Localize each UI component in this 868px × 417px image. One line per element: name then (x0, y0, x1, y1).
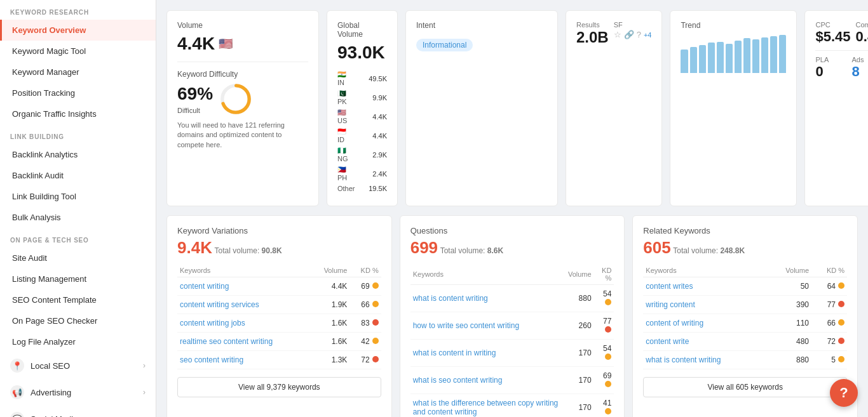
kd-dot-2 (372, 319, 379, 326)
ads-item: Ads 8 (851, 56, 868, 80)
kv-card-col-volume: Volume (311, 264, 349, 277)
keyword-volume-2: 110 (768, 314, 811, 333)
keyword-link-4[interactable]: what is content writing (643, 351, 767, 369)
keyword-volume-3: 480 (768, 333, 811, 351)
global-volume-label: Global Volume (337, 21, 387, 39)
keyword-volume-2: 170 (566, 340, 594, 367)
q-card-total: Total volume: 8.6K (440, 246, 503, 255)
keyword-kd-3: 72 (811, 333, 847, 351)
table-row: what is content in writing 170 54 (410, 340, 614, 367)
trend-bar-2 (699, 45, 706, 73)
sidebar-group-label-local-seo: Local SEO (31, 361, 70, 371)
sidebar-item-bulk-analysis[interactable]: Bulk Analysis (0, 207, 156, 228)
keyword-link-2[interactable]: content writing jobs (177, 314, 311, 333)
keyword-kd-4: 5 (811, 351, 847, 369)
cpc-label: CPC (815, 21, 850, 29)
sidebar-item-keyword-magic-tool[interactable]: Keyword Magic Tool (0, 41, 156, 62)
keyword-link-1[interactable]: writing content (643, 296, 767, 314)
country-val-other: 19.5K (363, 185, 387, 192)
questions-card: Questions699 Total volume: 8.6K Keywords… (400, 215, 625, 417)
keyword-link-1[interactable]: content writing services (177, 296, 311, 314)
kd-dot-4 (605, 408, 611, 414)
sidebar-group-social-media[interactable]: 💬Social Media› (0, 406, 156, 417)
sidebar: KEYWORD RESEARCHKeyword OverviewKeyword … (0, 0, 156, 417)
sidebar-item-on-page-seo-checker[interactable]: On Page SEO Checker (0, 310, 156, 331)
kv-card-view-all[interactable]: View all 9,379 keywords (177, 377, 381, 397)
com-item: Com. 0.49 (856, 21, 868, 45)
rk-card-table: Keywords Volume KD % content writes 50 6… (643, 264, 847, 369)
country-row-other: Other19.5K (337, 185, 387, 192)
keyword-link-4[interactable]: seo content writing (177, 351, 311, 369)
sidebar-item-link-building-tool[interactable]: Link Building Tool (0, 186, 156, 207)
volume-value: 4.4K 🇺🇸 (177, 34, 308, 54)
sidebar-item-log-file-analyzer[interactable]: Log File Analyzer (0, 331, 156, 352)
keyword-link-3[interactable]: what is seo content writing (410, 367, 566, 394)
keyword-link-0[interactable]: content writes (643, 277, 767, 296)
keyword-volume-2: 1.6K (311, 314, 349, 333)
sidebar-item-position-tracking[interactable]: Position Tracking (0, 83, 156, 103)
table-row: seo content writing 1.3K 72 (177, 351, 381, 369)
keyword-link-0[interactable]: content writing (177, 277, 311, 296)
main-content: Volume 4.4K 🇺🇸 Keyword Difficulty 69% Di… (156, 0, 868, 417)
kd-value-row: 69% Difficult (177, 84, 308, 114)
table-row: how to write seo content writing 260 77 (410, 312, 614, 340)
kd-donut (220, 84, 251, 114)
results-label: Results (576, 21, 609, 29)
kv-card-col-keywords: Keywords (177, 264, 311, 277)
sidebar-group-label-advertising: Advertising (31, 388, 71, 397)
keyword-link-4[interactable]: what is the difference between copy writ… (410, 394, 566, 418)
keyword-link-2[interactable]: content of writing (643, 314, 767, 333)
trend-bar-4 (717, 42, 724, 73)
q-card-col-kd: KD % (594, 264, 614, 285)
q-card-title: Questions (410, 226, 614, 235)
trend-bar-7 (743, 38, 750, 73)
sidebar-item-seo-content-template[interactable]: SEO Content Template (0, 289, 156, 310)
keyword-kd-4: 41 (594, 394, 614, 418)
ads-label: Ads (851, 56, 868, 63)
q-card-count: 699 (410, 238, 438, 257)
sidebar-section-link-building: LINK BUILDING (0, 124, 156, 144)
country-code-ng: 🇳🇬 NG (337, 147, 355, 162)
sidebar-item-keyword-overview[interactable]: Keyword Overview (0, 20, 156, 41)
link-icon: 🔗 (624, 30, 634, 39)
keyword-volume-1: 260 (566, 312, 594, 340)
country-code-in: 🇮🇳 IN (337, 70, 355, 86)
table-row: writing content 390 77 (643, 296, 847, 314)
keyword-link-3[interactable]: content write (643, 333, 767, 351)
chevron-right-icon: › (143, 361, 146, 370)
rk-card-view-all[interactable]: View all 605 keywords (643, 377, 847, 397)
keyword-link-0[interactable]: what is content writing (410, 285, 566, 312)
keyword-link-1[interactable]: how to write seo content writing (410, 312, 566, 340)
country-val-id: 4.4K (363, 132, 387, 140)
keyword-kd-3: 69 (594, 367, 614, 394)
keyword-link-3[interactable]: realtime seo content writing (177, 333, 311, 351)
help-button[interactable]: ? (830, 379, 858, 407)
keyword-link-2[interactable]: what is content in writing (410, 340, 566, 367)
keyword-volume-4: 880 (768, 351, 811, 369)
sidebar-item-site-audit[interactable]: Site Audit (0, 248, 156, 268)
sidebar-item-listing-management[interactable]: Listing Management (0, 268, 156, 289)
sidebar-item-backlink-audit[interactable]: Backlink Audit (0, 165, 156, 186)
kd-dot-1 (605, 326, 611, 333)
sidebar-group-advertising[interactable]: 📢Advertising› (0, 379, 156, 406)
sidebar-item-keyword-manager[interactable]: Keyword Manager (0, 62, 156, 83)
country-rows: 🇮🇳 IN49.5K🇵🇰 PK9.9K🇺🇸 US4.4K🇮🇩 ID4.4K🇳🇬 … (337, 70, 387, 192)
keyword-volume-3: 1.6K (311, 333, 349, 351)
kd-dot-3 (372, 338, 379, 344)
kd-percent: 69% (177, 84, 213, 104)
kd-dot-0 (838, 282, 844, 289)
trend-bar-11 (779, 35, 786, 73)
keyword-kd-2: 83 (349, 314, 381, 333)
sidebar-item-backlink-analytics[interactable]: Backlink Analytics (0, 144, 156, 165)
results-grid: Results 2.0B SF ☆ 🔗 ? +4 (576, 21, 651, 46)
country-val-in: 49.5K (363, 75, 387, 83)
intent-badge: Informational (416, 39, 473, 51)
keyword-volume-0: 50 (768, 277, 811, 296)
keyword-kd-3: 42 (349, 333, 381, 351)
sidebar-group-local-seo[interactable]: 📍Local SEO› (0, 352, 156, 379)
country-row-us: 🇺🇸 US4.4K (337, 109, 387, 124)
metrics-card: CPC $5.45 Com. 0.49 PLA 0 Ads 8 (804, 10, 868, 206)
results-card: Results 2.0B SF ☆ 🔗 ? +4 (566, 10, 662, 206)
top-row: Volume 4.4K 🇺🇸 Keyword Difficulty 69% Di… (166, 10, 858, 206)
sidebar-item-organic-traffic-insights[interactable]: Organic Traffic Insights (0, 103, 156, 124)
